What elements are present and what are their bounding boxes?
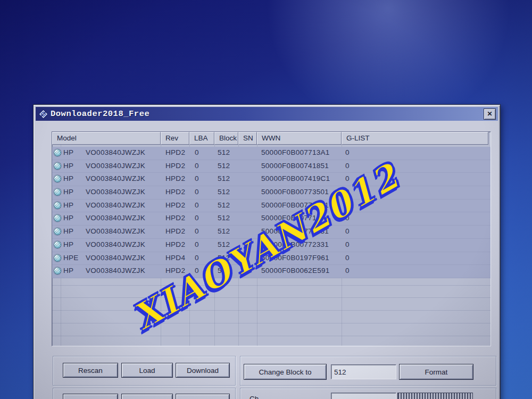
cell-lba: 0 <box>195 148 199 156</box>
cell-vendor: HP <box>63 174 73 182</box>
drive-disc-icon <box>54 149 61 156</box>
desktop-background: Downloader2018_Free ✕ Model Rev LBA Bloc… <box>0 0 532 399</box>
cell-wwn: 50000F0B00771431 <box>261 227 329 235</box>
download-button[interactable]: Download <box>176 363 230 378</box>
column-header-rev[interactable]: Rev <box>161 132 189 145</box>
cell-wwn: 50000F0B00772331 <box>261 240 329 248</box>
table-row[interactable]: HP VO003840JWZJK HPD2 0 512 50000F0B0077… <box>52 147 491 160</box>
cell-block: 512 <box>218 188 230 196</box>
cell-model: VO003840JWZJK <box>86 240 145 248</box>
secondary-input[interactable] <box>331 393 396 399</box>
cell-model: VO003840JWZJK <box>86 174 145 182</box>
cell-rev: HPD2 <box>165 174 185 182</box>
cell-wwn: 50000F0B007714A1 <box>261 214 330 222</box>
cell-lba: 0 <box>195 227 199 235</box>
column-header-glist[interactable]: G-LIST <box>342 132 488 145</box>
table-row[interactable]: HP VO003840JWZJK HPD2 0 512 50000F0B0077… <box>52 212 491 226</box>
table-header: Model Rev LBA Block SN WWN G-LIST <box>52 132 491 145</box>
drive-disc-icon <box>54 254 61 262</box>
drive-disc-icon <box>54 228 61 235</box>
drive-control-group: Stop Drive Start Drive Collect SN <box>53 388 236 399</box>
cell-vendor: HP <box>63 227 73 235</box>
cell-wwn: 50000F0B007713A1 <box>261 148 330 156</box>
cell-glist: 0 <box>345 148 350 156</box>
app-window: Downloader2018_Free ✕ Model Rev LBA Bloc… <box>33 104 501 399</box>
cell-rev: HPD4 <box>165 254 185 262</box>
close-icon: ✕ <box>487 110 492 118</box>
cell-glist: 0 <box>345 214 350 222</box>
column-header-sn[interactable]: SN <box>238 132 257 145</box>
cell-rev: HPD2 <box>165 162 185 170</box>
cell-block: 512 <box>218 240 230 248</box>
table-row[interactable]: HP VO003840JWZJK HPD2 0 512 50000F0B0077… <box>52 200 491 213</box>
cell-rev: HPD2 <box>165 227 185 235</box>
titlebar[interactable]: Downloader2018_Free ✕ <box>36 107 498 121</box>
app-icon <box>39 110 48 119</box>
cell-lba: 0 <box>195 254 199 262</box>
table-row[interactable]: HP VO003840JWZJK HPD2 0 512 50000F0B0074… <box>52 173 491 186</box>
table-row[interactable]: HPE VO003840JWZJK HPD4 0 512 50000F0B019… <box>52 252 491 265</box>
drive-disc-icon <box>54 188 61 196</box>
secondary-block-group: Ch <box>240 388 496 399</box>
cell-block: 512 <box>218 214 230 222</box>
column-header-wwn[interactable]: WWN <box>257 132 342 145</box>
cell-rev: HPD2 <box>165 201 185 209</box>
cell-lba: 0 <box>195 201 199 209</box>
table-body: HP VO003840JWZJK HPD2 0 512 50000F0B0077… <box>52 145 491 346</box>
cell-vendor: HP <box>63 240 73 248</box>
table-row[interactable]: HP VO003840JWZJK HPD2 0 512 50000F0B0077… <box>52 239 491 252</box>
cell-block: 512 <box>218 174 230 182</box>
cell-vendor: HP <box>63 188 73 196</box>
cell-glist: 0 <box>345 227 350 235</box>
collect-sn-button[interactable]: Collect SN <box>176 394 230 399</box>
drive-disc-icon <box>54 162 61 170</box>
cell-model: VO003840JWZJK <box>86 254 145 262</box>
cell-model: VO003840JWZJK <box>86 188 145 196</box>
cell-model: VO003840JWZJK <box>86 162 145 170</box>
table-row[interactable]: HP VO003840JWZJK HPD2 0 512 50000F0B0074… <box>52 160 491 173</box>
cell-model: VO003840JWZJK <box>86 214 145 222</box>
cell-vendor: HP <box>63 214 73 222</box>
cell-vendor: HP <box>63 201 73 209</box>
cell-block: 512 <box>218 201 230 209</box>
drive-disc-icon <box>54 175 61 182</box>
stop-drive-button[interactable]: Stop Drive <box>63 394 118 399</box>
progress-bar <box>397 393 473 399</box>
window-title: Downloader2018_Free <box>51 109 149 119</box>
cell-wwn: 50000F0B00773501 <box>261 188 329 196</box>
cell-rev: HPD2 <box>165 214 185 222</box>
clipped-label: Ch <box>250 395 259 399</box>
column-header-lba[interactable]: LBA <box>189 132 214 145</box>
drive-disc-icon <box>54 214 61 222</box>
cell-block: 512 <box>218 254 230 262</box>
block-size-input[interactable] <box>331 364 396 379</box>
format-button[interactable]: Format <box>399 364 473 380</box>
drive-list: HP VO003840JWZJK HPD2 0 512 50000F0B0077… <box>52 147 491 278</box>
cell-wwn: 50000F0B0197F961 <box>261 254 329 262</box>
cell-rev: HPD2 <box>165 188 185 196</box>
cell-glist: 0 <box>345 240 350 248</box>
rescan-button[interactable]: Rescan <box>63 363 118 378</box>
cell-lba: 0 <box>195 240 199 248</box>
cell-wwn: 50000F0B007419C1 <box>261 174 330 182</box>
column-header-block[interactable]: Block <box>214 132 238 145</box>
table-row[interactable]: HP VO003840JWZJK HPD2 0 512 50000F0B0077… <box>52 186 491 200</box>
cell-wwn: 50000F0B00741851 <box>261 162 329 170</box>
change-block-button[interactable]: Change Block to <box>244 364 327 380</box>
cell-rev: HPD2 <box>165 240 185 248</box>
drive-disc-icon <box>54 202 61 209</box>
cell-block: 512 <box>218 227 230 235</box>
cell-lba: 0 <box>195 162 199 170</box>
cell-model: VO003840JWZJK <box>86 227 145 235</box>
cell-vendor: HP <box>63 162 73 170</box>
cell-model: VO003840JWZJK <box>86 148 145 156</box>
close-button[interactable]: ✕ <box>484 109 496 120</box>
cell-block: 512 <box>218 162 230 170</box>
load-button[interactable]: Load <box>121 363 173 378</box>
cell-lba: 0 <box>195 174 199 182</box>
table-row[interactable]: HP VO003840JWZJK HPD2 0 512 50000F0B0077… <box>52 226 491 239</box>
start-drive-button[interactable]: Start Drive <box>121 394 173 399</box>
cell-lba: 0 <box>195 188 199 196</box>
drive-disc-icon <box>54 241 61 248</box>
column-header-model[interactable]: Model <box>52 132 161 145</box>
